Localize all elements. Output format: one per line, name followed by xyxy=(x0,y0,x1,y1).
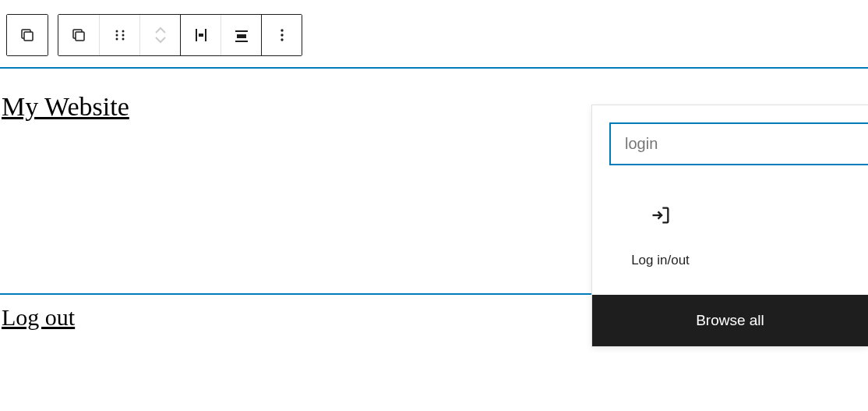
align-button[interactable] xyxy=(221,15,261,55)
login-icon xyxy=(650,204,672,226)
block-result-label: Log in/out xyxy=(631,253,690,268)
svg-point-4 xyxy=(115,30,118,33)
justify-center-icon xyxy=(192,26,210,44)
svg-rect-12 xyxy=(205,29,206,41)
svg-rect-3 xyxy=(76,32,84,41)
browse-all-button[interactable]: Browse all xyxy=(592,295,868,346)
svg-rect-14 xyxy=(237,34,246,38)
block-toolbar xyxy=(0,0,868,67)
svg-rect-15 xyxy=(235,41,248,42)
svg-rect-1 xyxy=(24,32,33,41)
block-result-login[interactable]: Log in/out xyxy=(600,182,721,287)
inserter-search-wrap: login xyxy=(592,105,868,182)
toolbar-group-parent xyxy=(6,14,48,56)
svg-point-7 xyxy=(122,30,124,33)
svg-point-8 xyxy=(122,34,124,37)
move-handle xyxy=(153,27,168,44)
svg-point-9 xyxy=(122,38,124,41)
site-title-link[interactable]: My Website xyxy=(2,92,129,121)
drag-handle-button[interactable] xyxy=(99,15,139,55)
select-parent-button[interactable] xyxy=(7,15,48,55)
chevron-down-icon xyxy=(153,36,168,44)
block-type-button[interactable] xyxy=(58,15,99,55)
svg-point-17 xyxy=(281,34,283,36)
more-vertical-icon xyxy=(273,26,291,44)
more-options-button[interactable] xyxy=(261,15,302,55)
justify-button[interactable] xyxy=(180,15,221,55)
group-block-icon xyxy=(69,26,88,44)
svg-rect-13 xyxy=(235,30,248,32)
logout-link[interactable]: Log out xyxy=(2,304,75,331)
group-block-icon xyxy=(18,26,37,44)
move-up-down-button[interactable] xyxy=(139,15,180,55)
svg-rect-11 xyxy=(199,34,203,37)
svg-point-16 xyxy=(281,29,283,31)
block-inserter-panel: login Log in/out Browse all xyxy=(591,105,868,347)
svg-rect-10 xyxy=(196,29,197,41)
chevron-up-icon xyxy=(153,27,168,34)
drag-icon xyxy=(111,26,129,44)
toolbar-group-main xyxy=(58,14,302,56)
align-icon xyxy=(232,26,251,44)
svg-point-6 xyxy=(115,38,118,41)
block-search-input[interactable]: login xyxy=(609,122,868,165)
svg-point-18 xyxy=(281,38,283,41)
svg-point-5 xyxy=(115,34,118,37)
